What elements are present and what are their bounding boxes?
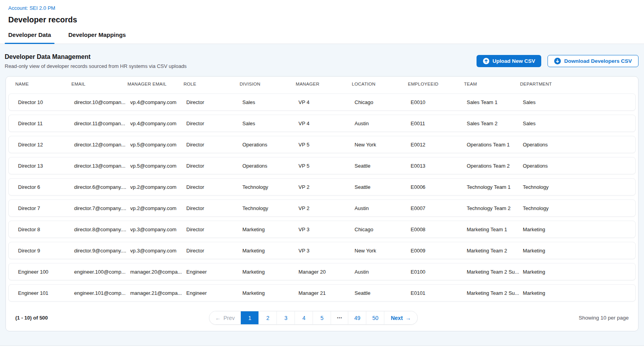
cell-department: Marketing: [523, 269, 635, 275]
column-header: MANAGER: [296, 82, 352, 86]
table-row: Director 12 director.12@compan... vp.5@c…: [8, 136, 636, 153]
cell-team: Sales Team 1: [467, 99, 523, 105]
table-row: Director 6 director.6@company.... vp.2@c…: [8, 178, 636, 196]
cell-role: Director: [186, 99, 242, 105]
prev-page-button[interactable]: ← Prev: [209, 311, 241, 324]
cell-location: Austin: [355, 269, 411, 275]
next-page-button[interactable]: Next →: [384, 311, 417, 324]
cell-team: Operations Team 2: [467, 163, 523, 169]
cell-department: Sales: [523, 121, 635, 126]
column-header: ROLE: [184, 82, 240, 86]
cell-division: Sales: [242, 121, 298, 126]
page-button-2[interactable]: 2: [259, 311, 277, 324]
cell-role: Director: [186, 248, 242, 254]
table-row: Director 7 director.7@company.... vp.2@c…: [8, 199, 636, 217]
table-body: Director 10 director.10@compan... vp.4@c…: [6, 92, 638, 303]
left-arrow-icon: ←: [215, 315, 221, 321]
tab-developer-mappings[interactable]: Developer Mappings: [65, 31, 129, 44]
cell-name: Engineer 100: [18, 269, 74, 275]
cell-manager-email: vp.3@company.com: [130, 227, 186, 232]
section-header: Developer Data Management Read-only view…: [5, 44, 639, 69]
cell-department: Marketing: [523, 248, 635, 254]
cell-manager: VP 2: [298, 205, 355, 211]
cell-manager-email: vp.2@company.com: [130, 205, 186, 211]
cell-email: engineer.100@comp...: [74, 269, 130, 275]
table-row: Director 8 director.8@company.... vp.3@c…: [8, 221, 636, 238]
upload-csv-button[interactable]: Upload New CSV: [477, 55, 542, 67]
column-header: LOCATION: [352, 82, 408, 86]
table-row: Engineer 101 engineer.101@comp... manage…: [8, 284, 636, 302]
cell-manager: Manager 21: [298, 290, 355, 296]
cell-name: Director 9: [18, 248, 74, 254]
tab-bar: Developer Data Developer Mappings: [0, 31, 644, 44]
table-row: Director 10 director.10@compan... vp.4@c…: [8, 93, 636, 111]
cell-division: Marketing: [242, 227, 298, 232]
cell-manager-email: vp.5@company.com: [130, 163, 186, 169]
cell-location: Seattle: [355, 184, 411, 190]
cell-name: Director 12: [18, 142, 74, 148]
cell-employee-id: E0013: [411, 163, 467, 169]
page-button-1[interactable]: 1: [241, 311, 259, 324]
cell-name: Director 11: [18, 121, 74, 126]
download-csv-label: Download Developers CSV: [564, 58, 632, 64]
cell-name: Director 8: [18, 227, 74, 232]
cell-department: Marketing: [523, 290, 635, 296]
csv-actions: Upload New CSV Download Developers CSV: [477, 55, 639, 67]
pagination-bar: (1 - 10) of 500 ← Prev 12345•••4950 Next…: [6, 303, 638, 331]
tab-developer-data[interactable]: Developer Data: [5, 31, 55, 44]
cell-team: Technology Team 2: [467, 205, 523, 211]
page-button-50[interactable]: 50: [366, 311, 384, 324]
table-row: Director 9 director.9@company.... vp.3@c…: [8, 242, 636, 259]
cell-name: Director 7: [18, 205, 74, 211]
right-arrow-icon: →: [406, 315, 411, 321]
cell-division: Operations: [242, 142, 298, 148]
cell-location: Austin: [355, 121, 411, 126]
account-link[interactable]: Account: SEI 2.0 PM: [8, 5, 55, 11]
cell-email: engineer.101@comp...: [74, 290, 130, 296]
cell-department: Marketing: [523, 227, 635, 232]
page-button-3[interactable]: 3: [277, 311, 295, 324]
cell-email: director.8@company....: [74, 227, 130, 232]
cell-team: Marketing Team 2 Su...: [467, 290, 523, 296]
cell-role: Director: [186, 205, 242, 211]
cell-email: director.13@compan...: [74, 163, 130, 169]
cell-email: director.10@compan...: [74, 99, 130, 105]
circle-arrow-up-icon: [483, 58, 489, 64]
page-button-5[interactable]: 5: [313, 311, 331, 324]
page-title: Developer records: [8, 15, 636, 25]
page-button-49[interactable]: 49: [348, 311, 366, 324]
page-header: Account: SEI 2.0 PM Developer records: [0, 0, 644, 25]
cell-department: Technology: [523, 184, 635, 190]
pager-ellipsis: •••: [331, 311, 348, 324]
cell-location: New York: [355, 248, 411, 254]
cell-division: Technology: [242, 205, 298, 211]
cell-location: New York: [355, 142, 411, 148]
cell-role: Director: [186, 184, 242, 190]
cell-manager: VP 3: [298, 227, 355, 232]
cell-role: Director: [186, 121, 242, 126]
cell-team: Marketing Team 1: [467, 227, 523, 232]
cell-name: Engineer 101: [18, 290, 74, 296]
cell-employee-id: E0011: [411, 121, 467, 126]
cell-email: director.7@company....: [74, 205, 130, 211]
cell-team: Technology Team 1: [467, 184, 523, 190]
cell-name: Director 13: [18, 163, 74, 169]
cell-team: Marketing Team 2 Su...: [467, 269, 523, 275]
cell-employee-id: E0010: [411, 99, 467, 105]
cell-manager: VP 3: [298, 248, 355, 254]
cell-division: Technology: [242, 184, 298, 190]
cell-manager: VP 5: [298, 142, 355, 148]
cell-manager: VP 5: [298, 163, 355, 169]
cell-division: Marketing: [242, 248, 298, 254]
cell-department: Operations: [523, 142, 635, 148]
page-button-4[interactable]: 4: [295, 311, 313, 324]
cell-manager-email: vp.2@company.com: [130, 184, 186, 190]
cell-email: director.6@company....: [74, 184, 130, 190]
download-csv-button[interactable]: Download Developers CSV: [548, 55, 639, 67]
cell-location: Chicago: [355, 99, 411, 105]
pager: ← Prev 12345•••4950 Next →: [209, 311, 418, 325]
cell-team: Sales Team 2: [467, 121, 523, 126]
per-page-label: Showing 10 per page: [579, 315, 629, 321]
cell-division: Marketing: [242, 290, 298, 296]
result-range-label: (1 - 10) of 500: [15, 315, 48, 321]
